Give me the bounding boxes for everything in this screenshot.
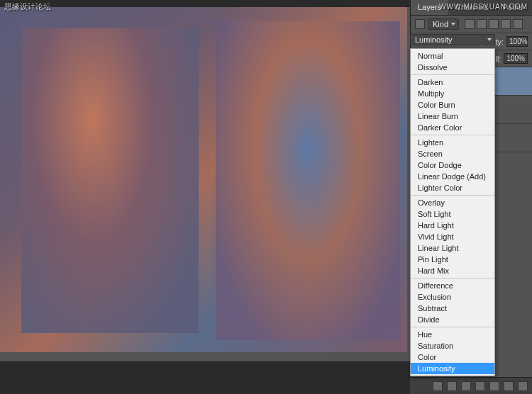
canvas-area[interactable] [0,7,410,361]
blend-mode-option[interactable]: Linear Burn [411,111,494,122]
layer-filter-row: Kind [411,16,532,33]
document-image [0,7,407,352]
filter-shape-icon[interactable] [501,19,511,29]
filter-smart-icon[interactable] [513,19,523,29]
trash-icon[interactable] [518,381,528,391]
blend-mode-option[interactable]: Linear Light [411,242,494,254]
blend-mode-select[interactable]: Luminosity [410,34,495,45]
group-icon[interactable] [489,381,499,391]
blend-mode-option[interactable]: Exclusion [411,291,494,303]
search-icon [415,19,425,29]
filter-type-icon[interactable] [489,19,499,29]
watermark-bar: 思缘设计论坛 WWW.MISSYUAN.COM [0,0,532,13]
blend-mode-option[interactable]: Dissolve [411,62,494,73]
blend-mode-option[interactable]: Lighter Color [411,182,494,193]
blend-mode-option[interactable]: Divide [411,314,494,325]
blend-mode-option[interactable]: Hue [411,329,494,340]
kind-dropdown[interactable]: Kind [428,18,459,30]
blend-mode-option[interactable]: Vivid Light [411,231,494,242]
blend-mode-option[interactable]: Screen [411,148,494,159]
adjustment-icon[interactable] [475,381,485,391]
blend-mode-option[interactable]: Subtract [411,303,494,314]
blend-mode-option[interactable]: Saturation [411,340,494,351]
blend-mode-dropdown: Normal Dissolve Darken Multiply Color Bu… [410,48,495,376]
fx-icon[interactable] [447,381,457,391]
blend-mode-option[interactable]: Color Burn [411,99,494,111]
filter-pixel-icon[interactable] [465,19,475,29]
layers-panel-footer [410,377,532,394]
blend-mode-option-selected[interactable]: Luminosity [411,363,494,374]
fill-value[interactable]: 100% [504,53,528,64]
watermark-left: 思缘设计论坛 [4,1,439,12]
blend-mode-option[interactable]: Color Dodge [411,159,494,171]
blend-mode-option[interactable]: Hard Mix [411,265,494,276]
filter-adjust-icon[interactable] [477,19,487,29]
blend-mode-option[interactable]: Multiply [411,88,494,99]
mask-icon[interactable] [461,381,471,391]
blend-mode-option[interactable]: Normal [411,50,494,62]
blend-mode-option[interactable]: Darken [411,77,494,88]
blend-mode-current[interactable]: Luminosity [410,34,495,45]
link-layers-icon[interactable] [433,381,443,391]
blend-mode-option[interactable]: Lighten [411,137,494,148]
blend-mode-option[interactable]: Color [411,351,494,363]
blend-mode-option[interactable]: Soft Light [411,208,494,220]
blend-mode-option[interactable]: Hard Light [411,220,494,231]
new-layer-icon[interactable] [504,381,514,391]
blend-mode-option[interactable]: Overlay [411,197,494,208]
watermark-right: WWW.MISSYUAN.COM [439,3,528,11]
blend-mode-option[interactable]: Linear Dodge (Add) [411,171,494,182]
blend-mode-option[interactable]: Darker Color [411,122,494,133]
blend-mode-option[interactable]: Difference [411,280,494,291]
opacity-value[interactable]: 100% [506,36,528,47]
blend-mode-option[interactable]: Pin Light [411,254,494,265]
